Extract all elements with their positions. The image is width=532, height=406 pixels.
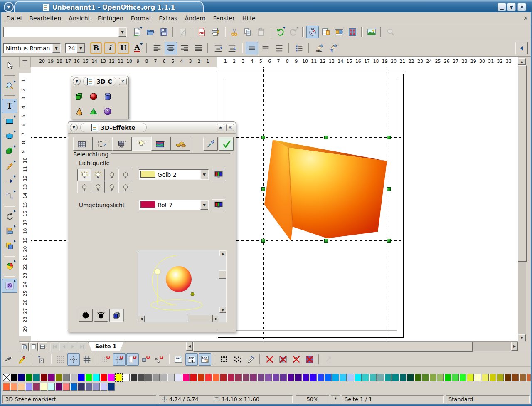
preview-scroll-down-icon[interactable]: ▼ (219, 307, 226, 313)
sphere-3d-button[interactable] (87, 89, 100, 104)
color-swatch[interactable] (123, 374, 130, 381)
effects-button[interactable] (2, 279, 17, 293)
flip-mode-button[interactable] (35, 353, 47, 366)
color-swatch[interactable] (153, 374, 160, 381)
align-center-button[interactable] (165, 42, 177, 54)
insert-image-button[interactable] (365, 26, 378, 38)
underline-button[interactable]: U (117, 42, 130, 54)
quick-edit-button[interactable]: ABC (172, 353, 185, 366)
pyramid-3d-button[interactable] (87, 104, 100, 119)
gallery-button[interactable] (333, 26, 345, 38)
url-dropdown-icon[interactable]: ▼ (118, 27, 126, 37)
para-space-dec-button[interactable] (226, 42, 238, 54)
insert-button[interactable] (2, 259, 17, 273)
color-swatch[interactable] (108, 374, 115, 381)
preview-rotate-mode-button[interactable] (94, 309, 108, 322)
preview-vscroll-thumb[interactable] (219, 270, 226, 279)
selection-handle[interactable] (261, 187, 265, 191)
document-close-icon[interactable]: ✕ (523, 15, 528, 21)
glue-points-button[interactable] (16, 353, 28, 366)
show-guides-button[interactable] (67, 353, 80, 366)
font-name-dropdown-icon[interactable]: ▼ (52, 44, 60, 53)
curve-button[interactable] (2, 159, 17, 173)
color-swatch[interactable] (85, 383, 92, 391)
color-swatch[interactable] (175, 374, 182, 381)
color-swatch[interactable] (489, 374, 496, 381)
scroll-up-icon[interactable]: ▲ (518, 58, 526, 65)
color-swatch[interactable] (3, 383, 10, 391)
color-swatch[interactable] (474, 374, 481, 381)
modify-object-button[interactable] (244, 353, 257, 366)
color-swatch[interactable] (302, 374, 309, 381)
undo-button[interactable] (274, 26, 286, 38)
color-swatch[interactable] (197, 374, 204, 381)
ambient-color-dropdown-icon[interactable]: ▼ (200, 200, 208, 210)
color-swatch[interactable] (325, 374, 332, 381)
menu-einfgen[interactable]: Einfügen (94, 13, 127, 23)
dialog-rollup-icon[interactable]: ⏶ (217, 124, 224, 131)
color-swatch[interactable] (40, 374, 47, 381)
horizontal-ruler[interactable]: 2019181716151413121110987654321123456789… (31, 57, 518, 68)
color-swatch[interactable] (108, 383, 115, 391)
light-source-5-button[interactable] (77, 181, 91, 193)
color-swatch[interactable] (332, 374, 339, 381)
color-swatch[interactable] (459, 374, 466, 381)
color-swatch[interactable] (70, 383, 77, 391)
color-swatch[interactable] (55, 374, 62, 381)
view-page-button[interactable] (20, 342, 29, 351)
selection-handle[interactable] (261, 239, 265, 243)
color-swatch[interactable] (452, 374, 459, 381)
arrange-button[interactable] (2, 239, 17, 253)
color-swatch[interactable] (93, 383, 100, 391)
palette-close-icon[interactable]: ✕ (119, 78, 127, 85)
navigator-button[interactable] (306, 26, 319, 38)
ruler-origin-box[interactable] (19, 57, 31, 67)
preview-cube-mode-button[interactable] (109, 309, 123, 322)
fx-texture-tab[interactable] (151, 137, 171, 151)
color-swatch[interactable] (25, 383, 32, 391)
menu-datei[interactable]: Datei (2, 13, 25, 23)
bold-button[interactable]: B (90, 42, 102, 54)
color-swatch[interactable] (63, 374, 70, 381)
color-swatch[interactable] (100, 383, 107, 391)
color-swatch[interactable] (265, 374, 272, 381)
align-right-button[interactable] (178, 42, 191, 54)
color-swatch[interactable] (399, 374, 406, 381)
show-grid-button[interactable] (54, 353, 66, 366)
color-swatch[interactable] (18, 383, 25, 391)
menu-format[interactable]: Format (127, 13, 155, 23)
color-swatch[interactable] (115, 374, 122, 381)
url-combobox[interactable]: ▼ (3, 27, 127, 37)
close-button[interactable]: ✕ (517, 3, 526, 11)
color-swatch[interactable] (48, 374, 55, 381)
zoom-button[interactable] (2, 79, 17, 93)
text-placeholder-button[interactable]: ABc (290, 353, 303, 366)
color-swatch[interactable] (429, 374, 436, 381)
color-swatch[interactable] (227, 374, 234, 381)
cut-button[interactable] (228, 26, 241, 38)
status-page[interactable]: Seite 1 / 1 (342, 395, 444, 403)
light-preview-scene[interactable] (138, 251, 219, 314)
light-source-3-button[interactable] (105, 169, 118, 181)
select-text-area-button[interactable]: ABC (185, 353, 198, 366)
cylinder-3d-button[interactable] (101, 89, 114, 104)
status-position-size[interactable]: 4,74 / 6,74 14,10 x 11,60 (159, 395, 293, 403)
menu-extras[interactable]: Extras (155, 13, 181, 23)
view-layer-button[interactable] (38, 342, 47, 351)
grid-lines-button[interactable] (81, 353, 93, 366)
selection-handle[interactable] (387, 187, 391, 191)
color-swatch[interactable] (130, 374, 137, 381)
rectangle-button[interactable] (2, 114, 17, 128)
color-swatch[interactable] (63, 383, 70, 391)
menu-fenster[interactable]: Fenster (209, 13, 239, 23)
ambient-color-picker-button[interactable] (212, 199, 225, 210)
lines-arrows-button[interactable] (2, 174, 17, 188)
color-swatch[interactable] (93, 374, 100, 381)
maximize-button[interactable]: ▼ (507, 3, 516, 11)
selection-handle[interactable] (324, 136, 328, 139)
fx-apply-button[interactable] (219, 137, 234, 151)
fx-assign-button[interactable] (203, 137, 218, 151)
select-button[interactable] (2, 59, 17, 73)
color-swatch[interactable] (257, 374, 264, 381)
color-swatch[interactable] (145, 374, 152, 381)
